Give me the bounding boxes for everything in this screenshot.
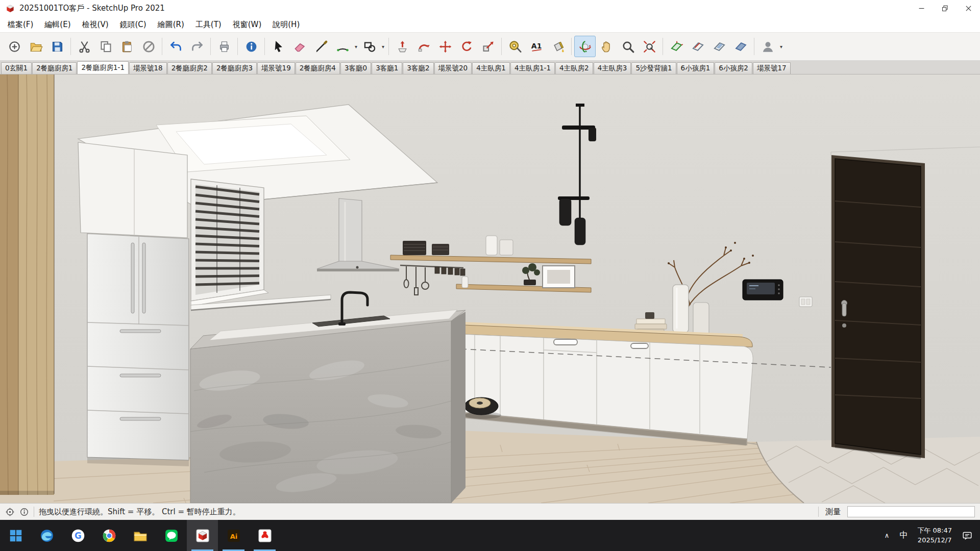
follow-me-tool-button[interactable]	[413, 36, 434, 57]
delete-tool-button[interactable]	[138, 36, 159, 57]
geolocation-icon[interactable]	[5, 507, 15, 517]
model-info-tool-button[interactable]	[240, 36, 262, 57]
scene-tab-13[interactable]: 4主臥房1	[472, 62, 510, 74]
taskbar-edge-icon[interactable]	[31, 520, 62, 551]
restore-button[interactable]	[933, 0, 957, 17]
status-hint: 拖曳以便進行環繞。Shift = 平移。 Ctrl = 暫時停止重力。	[39, 507, 814, 517]
taskbar: GAi ∧ 中 下午 08:47 2025/12/7	[0, 520, 980, 551]
section-fill-tool-button[interactable]	[730, 36, 751, 57]
taskbar-acrobat-icon[interactable]	[249, 520, 280, 551]
tray-chevron-icon[interactable]: ∧	[879, 532, 894, 539]
arc-dropdown-arrow[interactable]: ▾	[353, 36, 359, 57]
paint-bucket-tool-button[interactable]	[547, 36, 569, 57]
section-cut-tool-button[interactable]	[708, 36, 730, 57]
new-tool-button[interactable]	[4, 36, 25, 57]
scene-tab-6[interactable]: 2餐廳廚房3	[212, 62, 257, 74]
3d-viewport[interactable]	[0, 74, 980, 503]
scene-tab-17[interactable]: 5沙發背牆1	[631, 62, 676, 74]
scene-tab-19[interactable]: 6小孩房2	[715, 62, 752, 74]
menu-window[interactable]: 視窗(W)	[227, 17, 267, 32]
eraser-tool-button[interactable]	[289, 36, 310, 57]
scene-tab-18[interactable]: 6小孩房1	[677, 62, 715, 74]
taskbar-line-app-icon[interactable]	[156, 520, 187, 551]
scene-tab-14[interactable]: 4主臥房1-1	[510, 62, 555, 74]
shapes-tool-button[interactable]	[359, 36, 380, 57]
toolbar-separator	[237, 38, 238, 55]
menu-help[interactable]: 說明(H)	[267, 17, 305, 32]
menu-edit[interactable]: 編輯(E)	[39, 17, 76, 32]
menu-file[interactable]: 檔案(F)	[2, 17, 39, 32]
statusbar-separator	[818, 507, 819, 517]
toolbar-separator	[264, 38, 265, 55]
open-tool-button[interactable]	[25, 36, 46, 57]
svg-text:Ai: Ai	[230, 532, 237, 540]
shapes-dropdown-arrow[interactable]: ▾	[380, 36, 386, 57]
scene-tab-1[interactable]: 0玄關1	[1, 62, 32, 74]
cut-tool-button[interactable]	[74, 36, 95, 57]
3d-viewport-canvas[interactable]	[0, 74, 980, 503]
toolbar-separator	[501, 38, 502, 55]
close-button[interactable]	[957, 0, 980, 17]
move-tool-button[interactable]	[434, 36, 456, 57]
pan-tool-button[interactable]	[596, 36, 617, 57]
scene-tab-5[interactable]: 2餐廳廚房2	[167, 62, 212, 74]
tape-measure-tool-button[interactable]	[504, 36, 526, 57]
taskbar-sketchup-icon[interactable]	[187, 520, 218, 551]
scene-tab-8[interactable]: 2餐廳廚房4	[296, 62, 340, 74]
measurement-input[interactable]	[847, 506, 975, 517]
light-switch	[799, 297, 812, 307]
taskbar-google-icon[interactable]: G	[62, 520, 93, 551]
scene-tab-11[interactable]: 3客廳2	[403, 62, 433, 74]
minimize-button[interactable]	[910, 0, 933, 17]
scene-tab-16[interactable]: 4主臥房3	[594, 62, 631, 74]
taskbar-explorer-icon[interactable]	[125, 520, 156, 551]
toolbar-separator	[70, 38, 71, 55]
scene-tab-15[interactable]: 4主臥房2	[555, 62, 593, 74]
section-display-tool-button[interactable]	[687, 36, 708, 57]
select-tool-button[interactable]	[267, 36, 289, 57]
menu-tools[interactable]: 工具(T)	[190, 17, 227, 32]
sign-in-tool-button[interactable]	[757, 36, 778, 57]
scene-tab-9[interactable]: 3客廳0	[340, 62, 371, 74]
zoom-extents-tool-button[interactable]	[639, 36, 660, 57]
statusbar-icons	[5, 507, 29, 517]
upper-cabinets	[78, 142, 187, 238]
tray-clock[interactable]: 下午 08:47 2025/12/7	[913, 526, 957, 544]
tray-date: 2025/12/7	[917, 536, 952, 545]
menu-camera[interactable]: 鏡頭(C)	[114, 17, 152, 32]
section-plane-tool-button[interactable]	[666, 36, 687, 57]
menu-draw[interactable]: 繪圖(R)	[152, 17, 190, 32]
undo-tool-button[interactable]	[165, 36, 186, 57]
paste-tool-button[interactable]	[116, 36, 138, 57]
taskbar-chrome-icon[interactable]	[93, 520, 125, 551]
menu-view[interactable]: 檢視(V)	[77, 17, 114, 32]
titlebar: 20251001TO客戶 - SketchUp Pro 2021	[0, 0, 980, 17]
scene-tab-12[interactable]: 場景號20	[434, 62, 472, 74]
line-tool-button[interactable]	[310, 36, 332, 57]
save-tool-button[interactable]	[46, 36, 68, 57]
taskbar-illustrator-icon[interactable]: Ai	[218, 520, 249, 551]
scene-tab-7[interactable]: 場景號19	[257, 62, 295, 74]
redo-tool-button[interactable]	[186, 36, 208, 57]
scale-tool-button[interactable]	[477, 36, 499, 57]
sign-in-dropdown-arrow[interactable]: ▾	[778, 36, 784, 57]
rotate-tool-button[interactable]	[456, 36, 477, 57]
toolbar: ▾▾A1▾	[0, 33, 980, 61]
taskbar-start-button[interactable]	[0, 520, 31, 551]
tray-time: 下午 08:47	[917, 526, 952, 535]
scene-tab-20[interactable]: 場景號17	[753, 62, 791, 74]
print-tool-button[interactable]	[213, 36, 235, 57]
arc-tool-button[interactable]	[332, 36, 353, 57]
scene-tab-3[interactable]: 2餐廳廚房1-1	[77, 61, 129, 74]
scene-tab-4[interactable]: 場景號18	[129, 62, 167, 74]
orbit-tool-button[interactable]	[574, 36, 596, 57]
zoom-tool-button[interactable]	[617, 36, 639, 57]
scene-tab-2[interactable]: 2餐廳廚房1	[32, 62, 77, 74]
notification-chat-icon[interactable]	[957, 530, 978, 541]
copy-tool-button[interactable]	[95, 36, 116, 57]
push-pull-tool-button[interactable]	[391, 36, 413, 57]
ime-indicator[interactable]: 中	[894, 530, 913, 541]
text-tool-button[interactable]: A1	[526, 36, 547, 57]
credits-icon[interactable]	[19, 507, 29, 517]
scene-tab-10[interactable]: 3客廳1	[372, 62, 402, 74]
